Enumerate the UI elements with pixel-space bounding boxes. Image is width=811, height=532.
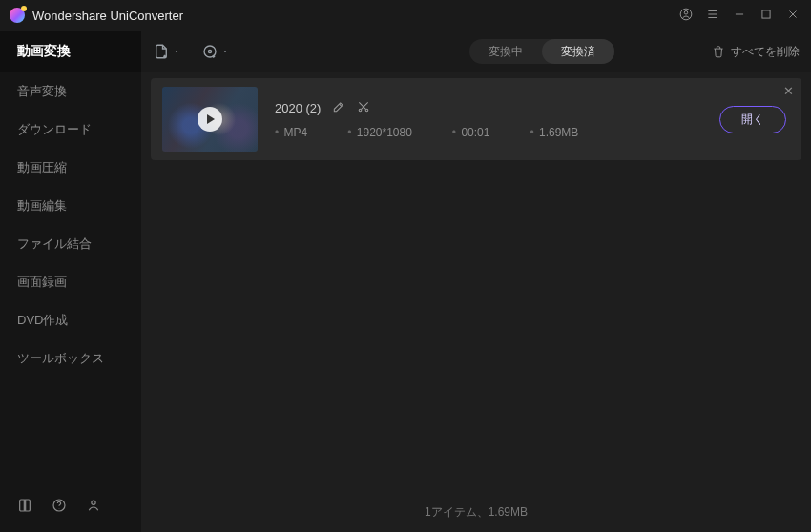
account-icon[interactable]: [679, 8, 693, 24]
title-bar: Wondershare UniConverter: [0, 0, 811, 31]
sidebar-item-video-convert[interactable]: 動画変換: [0, 31, 141, 72]
main-content: ✕ 2020 (2) MP4 1920*1080 00:01 1.69MB 開く…: [141, 72, 811, 532]
svg-point-5: [92, 501, 95, 504]
file-duration: 00:01: [452, 126, 490, 139]
play-button[interactable]: [198, 107, 222, 132]
menu-icon[interactable]: [706, 8, 719, 24]
sidebar: 動画変換 音声変換 ダウンロード 動画圧縮 動画編集 ファイル結合 画面録画 D…: [0, 31, 141, 532]
sidebar-item-label: 画面録画: [17, 274, 67, 291]
tab-converting[interactable]: 変換中: [469, 39, 542, 64]
toolbar: 変換中 変換済 すべてを削除: [141, 31, 811, 72]
status-bar: 1アイテム、1.69MB: [141, 504, 811, 521]
tab-converted[interactable]: 変換済: [542, 39, 614, 64]
app-title: Wondershare UniConverter: [32, 9, 183, 23]
app-logo-icon: [10, 8, 25, 23]
file-size: 1.69MB: [530, 126, 578, 139]
sidebar-item-download[interactable]: ダウンロード: [0, 111, 141, 149]
file-format: MP4: [275, 126, 307, 139]
sidebar-item-label: DVD作成: [17, 312, 68, 329]
svg-point-9: [366, 109, 369, 112]
svg-point-7: [209, 51, 212, 53]
svg-point-4: [59, 508, 60, 509]
sidebar-item-label: 動画圧縮: [17, 159, 67, 176]
sidebar-item-audio-convert[interactable]: 音声変換: [0, 72, 141, 111]
svg-point-8: [360, 109, 363, 112]
file-name: 2020 (2): [275, 101, 321, 115]
svg-rect-2: [762, 10, 770, 17]
open-button[interactable]: 開く: [719, 106, 786, 133]
sidebar-item-label: 音声変換: [17, 83, 67, 100]
sidebar-item-edit[interactable]: 動画編集: [0, 187, 141, 225]
sidebar-item-label: 動画編集: [17, 197, 67, 215]
delete-all-label: すべてを削除: [731, 44, 800, 60]
file-resolution: 1920*1080: [347, 126, 412, 139]
video-thumbnail: [162, 87, 258, 152]
manual-icon[interactable]: [17, 498, 32, 517]
close-button[interactable]: [786, 8, 800, 24]
maximize-button[interactable]: [759, 8, 773, 24]
sidebar-item-compress[interactable]: 動画圧縮: [0, 149, 141, 187]
delete-all-button[interactable]: すべてを削除: [712, 44, 800, 60]
svg-point-1: [684, 10, 688, 14]
sidebar-item-merge[interactable]: ファイル結合: [0, 225, 141, 263]
sidebar-item-toolbox[interactable]: ツールボックス: [0, 339, 141, 378]
sidebar-item-label: 動画変換: [17, 43, 71, 60]
rename-icon[interactable]: [332, 100, 345, 116]
sidebar-item-label: ファイル結合: [17, 235, 92, 253]
sidebar-item-label: ダウンロード: [17, 121, 92, 138]
converted-item-card: ✕ 2020 (2) MP4 1920*1080 00:01 1.69MB 開く: [151, 78, 801, 160]
account-small-icon[interactable]: [86, 498, 101, 517]
sidebar-item-dvd[interactable]: DVD作成: [0, 301, 141, 339]
sidebar-item-label: ツールボックス: [17, 350, 104, 367]
cut-icon[interactable]: [357, 100, 370, 116]
minimize-button[interactable]: [733, 8, 746, 24]
sidebar-item-record[interactable]: 画面録画: [0, 263, 141, 301]
status-tabs: 変換中 変換済: [469, 39, 614, 64]
add-disc-button[interactable]: [201, 43, 229, 60]
help-icon[interactable]: [52, 498, 67, 517]
add-file-button[interactable]: [153, 43, 180, 60]
remove-item-button[interactable]: ✕: [783, 84, 794, 98]
